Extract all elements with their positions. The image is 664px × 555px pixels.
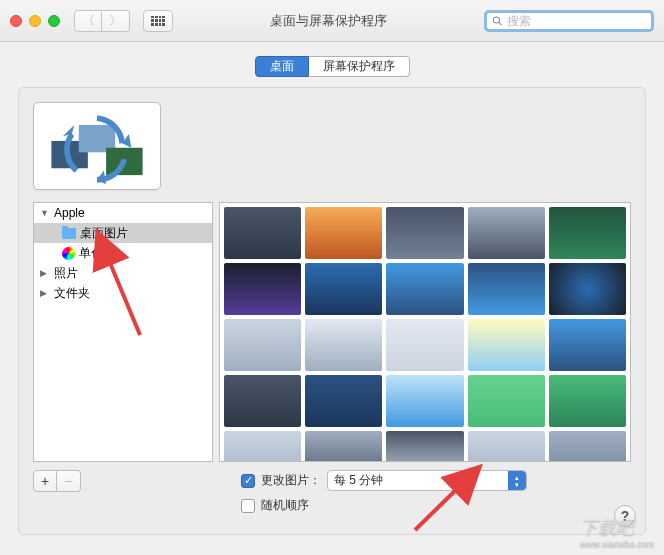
wallpaper-thumb[interactable] [468, 375, 545, 427]
tab-desktop[interactable]: 桌面 [255, 56, 309, 77]
remove-button: − [57, 470, 81, 492]
search-icon [492, 15, 503, 27]
wallpaper-thumb[interactable] [386, 319, 463, 371]
disclosure-right-icon: ▶ [40, 268, 50, 278]
color-wheel-icon [62, 247, 75, 260]
sidebar-item-label: 文件夹 [54, 285, 90, 302]
wallpaper-thumb[interactable] [468, 207, 545, 259]
add-remove-group: + − [33, 470, 81, 492]
folder-icon [62, 228, 76, 239]
change-picture-label: 更改图片： [261, 472, 321, 489]
minimize-icon[interactable] [29, 15, 41, 27]
sidebar-item-folders[interactable]: ▶ 文件夹 [34, 283, 212, 303]
zoom-icon[interactable] [48, 15, 60, 27]
wallpaper-thumb[interactable] [224, 319, 301, 371]
show-all-button[interactable] [143, 10, 173, 32]
source-sidebar: ▼ Apple 桌面图片 单色 ▶ 照片 ▶ 文件夹 [33, 202, 213, 462]
add-button[interactable]: + [33, 470, 57, 492]
disclosure-right-icon: ▶ [40, 288, 50, 298]
chevron-right-icon: 〉 [109, 12, 122, 30]
cycle-icon [40, 109, 154, 189]
search-input[interactable] [507, 14, 646, 28]
forward-button[interactable]: 〉 [102, 10, 130, 32]
wallpaper-thumb[interactable] [386, 207, 463, 259]
main-panel: ▼ Apple 桌面图片 单色 ▶ 照片 ▶ 文件夹 [18, 87, 646, 535]
chevron-left-icon: 〈 [82, 12, 95, 30]
wallpaper-thumb[interactable] [224, 375, 301, 427]
wallpaper-preview [33, 102, 161, 190]
sidebar-item-photos[interactable]: ▶ 照片 [34, 263, 212, 283]
wallpaper-thumb[interactable] [468, 431, 545, 462]
wallpaper-thumb[interactable] [224, 431, 301, 462]
back-button[interactable]: 〈 [74, 10, 102, 32]
wallpaper-thumb[interactable] [549, 319, 626, 371]
wallpaper-thumb[interactable] [305, 375, 382, 427]
bottom-controls: + − 更改图片： 每 5 分钟 随机顺序 [33, 470, 631, 520]
wallpaper-thumb[interactable] [305, 431, 382, 462]
sidebar-item-label: 桌面图片 [80, 225, 128, 242]
wallpaper-thumb[interactable] [386, 263, 463, 315]
window-title: 桌面与屏幕保护程序 [181, 12, 476, 30]
change-options: 更改图片： 每 5 分钟 随机顺序 [241, 470, 527, 520]
wallpaper-thumb[interactable] [468, 263, 545, 315]
change-picture-checkbox[interactable] [241, 474, 255, 488]
traffic-lights [10, 15, 60, 27]
wallpaper-thumb[interactable] [305, 207, 382, 259]
wallpaper-thumb[interactable] [224, 207, 301, 259]
wallpaper-grid[interactable] [219, 202, 631, 462]
wallpaper-thumb[interactable] [549, 207, 626, 259]
wallpaper-browser: ▼ Apple 桌面图片 单色 ▶ 照片 ▶ 文件夹 [33, 202, 631, 462]
wallpaper-thumb[interactable] [468, 319, 545, 371]
tab-bar: 桌面 屏幕保护程序 [18, 56, 646, 77]
close-icon[interactable] [10, 15, 22, 27]
wallpaper-thumb[interactable] [549, 375, 626, 427]
window-titlebar: 〈 〉 桌面与屏幕保护程序 [0, 0, 664, 42]
tab-screensaver[interactable]: 屏幕保护程序 [309, 56, 410, 77]
sidebar-item-label: 照片 [54, 265, 78, 282]
wallpaper-thumb[interactable] [386, 375, 463, 427]
random-order-checkbox[interactable] [241, 499, 255, 513]
sidebar-item-label: 单色 [79, 245, 103, 262]
sidebar-item-solid-colors[interactable]: 单色 [34, 243, 212, 263]
wallpaper-thumb[interactable] [224, 263, 301, 315]
wallpaper-thumb[interactable] [305, 319, 382, 371]
svg-line-1 [499, 22, 502, 25]
select-stepper-icon [508, 471, 526, 490]
disclosure-down-icon: ▼ [40, 208, 50, 218]
sidebar-item-label: Apple [54, 206, 85, 220]
wallpaper-thumb[interactable] [549, 431, 626, 462]
search-field[interactable] [484, 10, 654, 32]
interval-select[interactable]: 每 5 分钟 [327, 470, 527, 491]
sidebar-item-apple[interactable]: ▼ Apple [34, 203, 212, 223]
wallpaper-thumb[interactable] [305, 263, 382, 315]
interval-value: 每 5 分钟 [334, 472, 383, 489]
watermark: 下载吧 www.xiazaiba.com [580, 515, 654, 549]
wallpaper-thumb[interactable] [549, 263, 626, 315]
grid-icon [151, 16, 165, 26]
wallpaper-thumb[interactable] [386, 431, 463, 462]
random-order-label: 随机顺序 [261, 497, 309, 514]
nav-buttons: 〈 〉 [74, 10, 130, 32]
content-area: 桌面 屏幕保护程序 ▼ [0, 42, 664, 555]
sidebar-item-desktop-pictures[interactable]: 桌面图片 [34, 223, 212, 243]
svg-point-0 [493, 16, 499, 22]
